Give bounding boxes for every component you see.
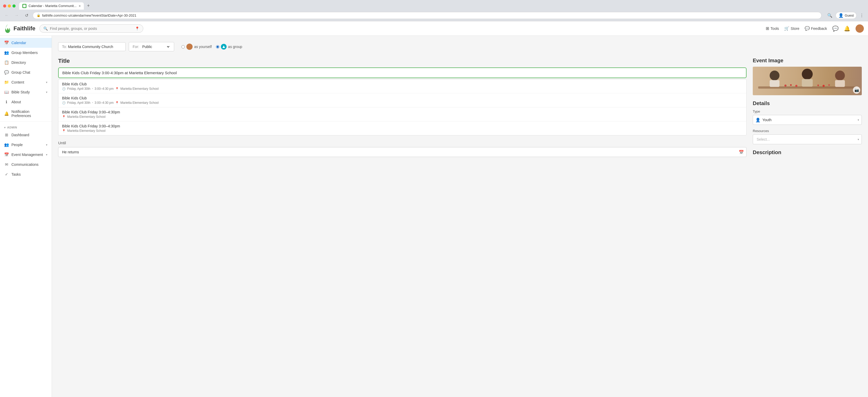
details-section: Details Type 👤 Youth Children Adults Gen… xyxy=(753,100,862,144)
to-field[interactable]: To: Marietta Community Church xyxy=(58,42,126,51)
suggestion-item-1[interactable]: Bible Kids Club 🕐 Friday, April 30th • 3… xyxy=(58,79,746,93)
calendar-picker-btn[interactable]: 📅 xyxy=(739,150,744,155)
post-as-group-label: as group xyxy=(228,45,242,49)
pin-icon-1: 📍 xyxy=(115,87,119,91)
tasks-icon: ✓ xyxy=(4,172,9,177)
resources-label: Resources xyxy=(753,129,862,133)
user-avatar[interactable] xyxy=(856,24,864,33)
search-input[interactable] xyxy=(50,27,133,31)
type-select[interactable]: Youth Children Adults General Worship xyxy=(753,115,862,125)
until-input-wrapper: 📅 xyxy=(58,147,746,157)
event-management-icon: 📅 xyxy=(4,152,9,157)
for-field[interactable]: For: Public Members Only Staff Only xyxy=(129,42,174,52)
suggestion-2-title: Bible Kids Club xyxy=(62,96,743,100)
sidebar-item-about-label: About xyxy=(11,100,21,104)
chat-btn[interactable]: 💬 xyxy=(832,26,839,32)
app-header: Faithlife 🔍 📍 ⊞ Tools 🛒 Store 💬 Feedback… xyxy=(0,21,868,36)
faithlife-logo[interactable]: Faithlife xyxy=(4,24,35,33)
pin-icon-2: 📍 xyxy=(115,101,119,105)
for-select[interactable]: Public Members Only Staff Only xyxy=(141,44,170,49)
description-section: Description xyxy=(753,150,862,156)
suggestion-3-location: Marietta Elementary School xyxy=(67,115,105,119)
sidebar-item-directory-label: Directory xyxy=(11,61,26,65)
suggestion-item-4[interactable]: Bible Kids Club Friday 3:00–4:30pm 📍 Mar… xyxy=(58,122,746,135)
people-icon: 👥 xyxy=(4,142,9,147)
group-chat-icon: 💬 xyxy=(4,70,9,75)
post-as-group-radio[interactable] xyxy=(216,45,219,48)
svg-point-10 xyxy=(795,85,797,87)
post-as-yourself-option[interactable]: as yourself xyxy=(181,43,212,50)
sidebar-item-tasks[interactable]: ✓ Tasks xyxy=(0,169,52,179)
sidebar-item-bible-study-label: Bible Study xyxy=(11,90,30,94)
dashboard-icon: ⊞ xyxy=(4,133,9,137)
sidebar-item-dashboard-label: Dashboard xyxy=(11,133,29,137)
new-tab-btn[interactable]: + xyxy=(85,2,92,10)
pin-icon-3: 📍 xyxy=(62,115,66,119)
sidebar-item-event-management[interactable]: 📅 Event Management ▾ xyxy=(0,150,52,160)
left-column: Title Bible Kids Club 🕐 Friday, April 30… xyxy=(58,58,746,158)
to-value: Marietta Community Church xyxy=(68,45,113,49)
post-as-yourself-label: as yourself xyxy=(194,45,212,49)
sidebar-item-notifications[interactable]: 🔔 Notification Preferences xyxy=(0,107,52,121)
title-input[interactable] xyxy=(58,67,746,78)
suggestion-item-3[interactable]: Bible Kids Club Friday 3:00–4:30pm 📍 Mar… xyxy=(58,107,746,122)
sidebar-item-group-chat[interactable]: 💬 Group Chat xyxy=(0,67,52,77)
details-title: Details xyxy=(753,100,862,106)
two-col-layout: Title Bible Kids Club 🕐 Friday, April 30… xyxy=(58,58,862,158)
sidebar-item-calendar-label: Calendar xyxy=(11,41,26,45)
about-icon: ℹ xyxy=(4,100,9,104)
suggestion-2-time: 3:00–4:30 pm xyxy=(94,101,114,105)
refresh-btn[interactable]: ↺ xyxy=(23,12,30,19)
bible-study-chevron-icon: ▾ xyxy=(46,91,48,94)
svg-rect-7 xyxy=(835,80,845,87)
suggestion-item-2[interactable]: Bible Kids Club 🕐 Friday, April 30th • 3… xyxy=(58,93,746,107)
sidebar-item-calendar[interactable]: 📅 Calendar xyxy=(0,38,52,48)
url-bar[interactable]: 🔒 faithlife.com/mcc-u/calendar/new?event… xyxy=(33,12,822,19)
tools-nav-item[interactable]: ⊞ Tools xyxy=(766,26,779,31)
sidebar-item-group-members[interactable]: 👥 Group Members xyxy=(0,48,52,58)
address-bar: ← → ↺ 🔒 faithlife.com/mcc-u/calendar/new… xyxy=(0,10,868,21)
svg-point-4 xyxy=(802,69,813,80)
people-chevron-icon: ▾ xyxy=(46,143,48,146)
sidebar-item-content[interactable]: 📁 Content ▾ xyxy=(0,77,52,87)
forward-btn[interactable]: → xyxy=(13,12,20,19)
browser-menu-btn[interactable]: ⋮ xyxy=(859,12,865,19)
sidebar-item-dashboard[interactable]: ⊞ Dashboard xyxy=(0,130,52,140)
store-nav-item[interactable]: 🛒 Store xyxy=(784,26,799,31)
sidebar-item-about[interactable]: ℹ About xyxy=(0,97,52,107)
back-btn[interactable]: ← xyxy=(3,12,10,19)
communications-icon: ✉ xyxy=(4,162,9,167)
sidebar-item-directory[interactable]: 📋 Directory xyxy=(0,58,52,67)
posting-as-options: as yourself as group xyxy=(181,43,242,50)
type-select-wrapper: 👤 Youth Children Adults General Worship … xyxy=(753,115,862,125)
zoom-btn[interactable]: 🔍 xyxy=(826,12,834,19)
sidebar-item-people[interactable]: 👥 People ▾ xyxy=(0,140,52,150)
title-section: Title xyxy=(58,58,746,78)
change-image-btn[interactable]: 📷 xyxy=(853,87,860,94)
notifications-btn[interactable]: 🔔 xyxy=(844,26,850,32)
until-input[interactable] xyxy=(58,147,746,157)
location-icon: 📍 xyxy=(135,27,140,31)
browser-tab-active[interactable]: Calendar - Marietta Communit... × xyxy=(19,2,84,10)
minimize-window-btn[interactable] xyxy=(8,4,11,7)
maximize-window-btn[interactable] xyxy=(12,4,16,7)
event-image-svg xyxy=(753,67,862,95)
suggestion-4-title: Bible Kids Club Friday 3:00–4:30pm xyxy=(62,124,743,128)
store-label: Store xyxy=(790,27,799,31)
close-window-btn[interactable] xyxy=(3,4,6,7)
tab-close-btn[interactable]: × xyxy=(79,4,81,8)
profile-btn[interactable]: 👤 Guest xyxy=(836,12,857,19)
post-as-group-option[interactable]: as group xyxy=(216,44,242,49)
resources-select[interactable]: Select... xyxy=(753,134,862,144)
title-input-wrapper xyxy=(58,67,746,78)
sidebar-item-communications[interactable]: ✉ Communications xyxy=(0,160,52,169)
feedback-nav-item[interactable]: 💬 Feedback xyxy=(805,26,827,31)
sidebar-item-bible-study[interactable]: 📖 Bible Study ▾ xyxy=(0,87,52,97)
event-image-box: 📷 xyxy=(753,67,862,95)
suggestion-2-location: Marietta Elementary School xyxy=(120,101,159,105)
header-nav: ⊞ Tools 🛒 Store 💬 Feedback 💬 🔔 xyxy=(766,24,864,33)
post-as-yourself-radio[interactable] xyxy=(181,45,185,48)
directory-icon: 📋 xyxy=(4,60,9,65)
search-bar[interactable]: 🔍 📍 xyxy=(39,24,143,33)
admin-section-label: ▾ ADMIN xyxy=(0,123,52,130)
